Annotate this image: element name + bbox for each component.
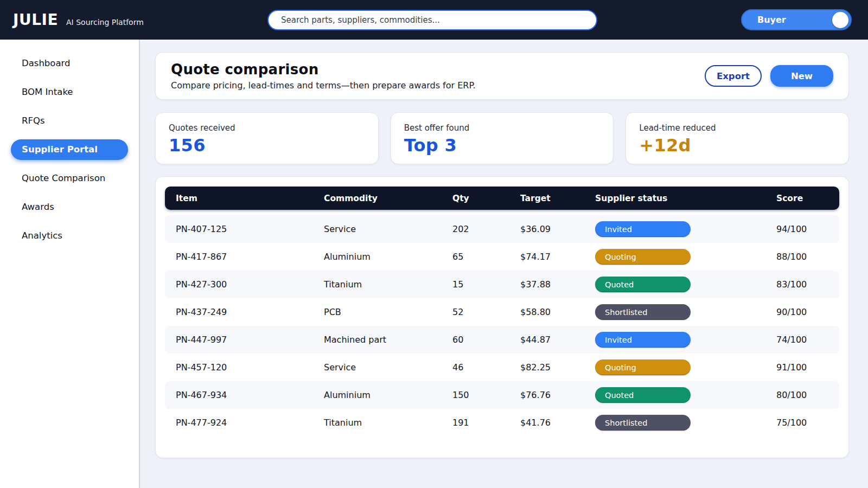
search-input[interactable]: [267, 10, 597, 30]
cell-supplier-status: Quoted: [595, 387, 776, 403]
cell-score: 91/100: [776, 362, 839, 373]
cell-qty: 65: [452, 252, 520, 262]
sidebar-item-bom-intake[interactable]: BOM Intake: [11, 82, 128, 102]
cell-target: $74.17: [520, 252, 595, 262]
sidebar-item-awards[interactable]: Awards: [11, 197, 128, 217]
sidebar: DashboardBOM IntakeRFQsSupplier PortalQu…: [0, 40, 140, 488]
cell-qty: 46: [452, 362, 520, 373]
cell-qty: 202: [452, 224, 520, 234]
cell-commodity: Titanium: [324, 418, 452, 428]
cell-target: $36.09: [520, 224, 595, 234]
page-subtitle: Compare pricing, lead-times and terms—th…: [171, 80, 476, 91]
cell-supplier-status: Quoted: [595, 277, 776, 292]
cell-qty: 60: [452, 335, 520, 345]
table-row[interactable]: PN-447-997Machined part60$44.87Invited74…: [165, 326, 839, 354]
topbar: JULIE AI Sourcing Platform Buyer: [0, 0, 868, 40]
sidebar-item-supplier-portal[interactable]: Supplier Portal: [11, 139, 128, 160]
role-toggle[interactable]: Buyer: [741, 9, 852, 30]
table-row[interactable]: PN-407-125Service202$36.09Invited94/100: [165, 215, 839, 243]
main-content: Quote comparison Compare pricing, lead-t…: [140, 40, 868, 488]
sidebar-item-rfqs[interactable]: RFQs: [11, 111, 128, 131]
cell-item: PN-427-300: [165, 279, 324, 290]
stats-row: Quotes received156Best offer foundTop 3L…: [155, 112, 849, 164]
column-header-item: Item: [165, 194, 324, 203]
cell-qty: 150: [452, 390, 520, 400]
cell-target: $82.25: [520, 362, 595, 373]
stat-label: Best offer found: [404, 123, 601, 133]
body-row: DashboardBOM IntakeRFQsSupplier PortalQu…: [0, 40, 868, 488]
stat-value: 156: [169, 135, 365, 156]
cell-item: PN-477-924: [165, 418, 324, 428]
cell-supplier-status: Invited: [595, 332, 776, 348]
brand: JULIE AI Sourcing Platform: [13, 11, 267, 29]
page-title: Quote comparison: [171, 61, 476, 78]
table-row[interactable]: PN-467-934Aluminium150$76.76Quoted80/100: [165, 381, 839, 409]
table-row[interactable]: PN-427-300Titanium15$37.88Quoted83/100: [165, 271, 839, 298]
brand-logo: JULIE: [13, 11, 58, 29]
cell-qty: 191: [452, 418, 520, 428]
cell-score: 80/100: [776, 390, 839, 400]
cell-score: 75/100: [776, 418, 839, 428]
table-row[interactable]: PN-477-924Titanium191$41.76Shortlisted75…: [165, 409, 839, 436]
cell-supplier-status: Quoting: [595, 249, 776, 265]
status-badge-quoting: Quoting: [595, 359, 691, 375]
role-toggle-label: Buyer: [757, 15, 786, 25]
cell-score: 88/100: [776, 252, 839, 262]
cell-score: 90/100: [776, 307, 839, 317]
stat-label: Lead-time reduced: [639, 123, 835, 133]
cell-supplier-status: Invited: [595, 221, 776, 237]
cell-supplier-status: Shortlisted: [595, 415, 776, 431]
status-badge-invited: Invited: [595, 221, 691, 237]
cell-target: $76.76: [520, 390, 595, 400]
cell-commodity: Aluminium: [324, 252, 452, 262]
sidebar-item-quote-comparison[interactable]: Quote Comparison: [11, 168, 128, 189]
cell-commodity: Titanium: [324, 279, 452, 290]
stat-label: Quotes received: [169, 123, 365, 133]
status-badge-quoted: Quoted: [595, 277, 691, 292]
status-badge-shortlisted: Shortlisted: [595, 415, 691, 431]
stat-card-lead-time-reduced: Lead-time reduced+12d: [626, 112, 849, 164]
app-root: JULIE AI Sourcing Platform Buyer Dashboa…: [0, 0, 868, 488]
table-body: PN-407-125Service202$36.09Invited94/100P…: [165, 215, 839, 436]
cell-supplier-status: Quoting: [595, 359, 776, 375]
table-row[interactable]: PN-417-867Aluminium65$74.17Quoting88/100: [165, 243, 839, 271]
toggle-knob-icon: [832, 12, 848, 28]
topbar-right: Buyer: [597, 9, 852, 30]
status-badge-invited: Invited: [595, 332, 691, 348]
header-actions: Export New: [705, 65, 833, 87]
column-header-score: Score: [776, 194, 839, 203]
stat-value: +12d: [639, 135, 835, 156]
column-header-supplier-status: Supplier status: [595, 194, 776, 203]
table-row[interactable]: PN-457-120Service46$82.25Quoting91/100: [165, 354, 839, 381]
stat-card-best-offer-found: Best offer foundTop 3: [391, 112, 614, 164]
cell-item: PN-407-125: [165, 224, 324, 234]
cell-qty: 52: [452, 307, 520, 317]
sidebar-item-analytics[interactable]: Analytics: [11, 226, 128, 246]
cell-item: PN-437-249: [165, 307, 324, 317]
column-header-qty: Qty: [452, 194, 520, 203]
cell-target: $37.88: [520, 279, 595, 290]
cell-supplier-status: Shortlisted: [595, 304, 776, 320]
cell-target: $44.87: [520, 335, 595, 345]
table-row[interactable]: PN-437-249PCB52$58.80Shortlisted90/100: [165, 298, 839, 326]
quotes-table-card: ItemCommodityQtyTargetSupplier statusSco…: [155, 176, 849, 458]
column-header-target: Target: [520, 194, 595, 203]
new-button[interactable]: New: [770, 65, 833, 87]
cell-item: PN-457-120: [165, 362, 324, 373]
page-header-card: Quote comparison Compare pricing, lead-t…: [155, 52, 849, 100]
brand-tagline: AI Sourcing Platform: [66, 18, 144, 27]
cell-score: 74/100: [776, 335, 839, 345]
export-button[interactable]: Export: [705, 65, 762, 87]
cell-target: $41.76: [520, 418, 595, 428]
stat-value: Top 3: [404, 135, 601, 156]
cell-item: PN-447-997: [165, 335, 324, 345]
cell-item: PN-467-934: [165, 390, 324, 400]
cell-commodity: Aluminium: [324, 390, 452, 400]
sidebar-item-dashboard[interactable]: Dashboard: [11, 53, 128, 74]
cell-score: 94/100: [776, 224, 839, 234]
status-badge-quoting: Quoting: [595, 249, 691, 265]
page-header-text: Quote comparison Compare pricing, lead-t…: [171, 61, 476, 91]
cell-item: PN-417-867: [165, 252, 324, 262]
table-header-row: ItemCommodityQtyTargetSupplier statusSco…: [165, 187, 839, 210]
status-badge-shortlisted: Shortlisted: [595, 304, 691, 320]
